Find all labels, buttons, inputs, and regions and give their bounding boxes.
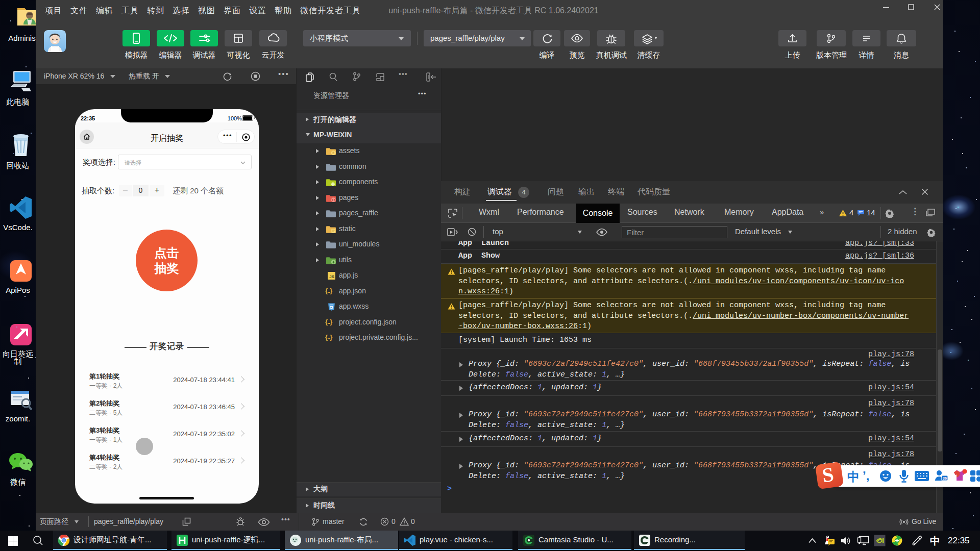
svg-text:JS: JS [329, 274, 334, 279]
svg-text:36: 36 [943, 477, 947, 480]
